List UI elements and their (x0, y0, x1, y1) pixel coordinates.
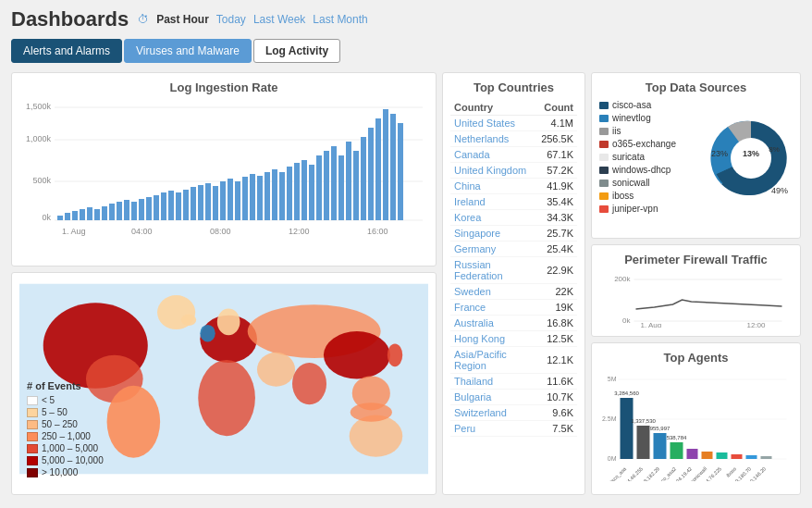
svg-rect-14 (102, 206, 107, 220)
firewall-title: Perimeter Firewall Traffic (599, 253, 793, 266)
perimeter-firewall-panel: Perimeter Firewall Traffic 200k 0k 1. Au… (591, 244, 801, 337)
svg-text:04:00: 04:00 (131, 227, 153, 236)
svg-rect-12 (87, 207, 92, 220)
legend-color-7 (27, 468, 38, 477)
svg-rect-102 (687, 449, 698, 459)
svg-text:ral_cisco_asa: ral_cisco_asa (601, 465, 628, 481)
page-title: Dashboards (11, 7, 129, 31)
datasource-legend-item: cisco-asa (599, 100, 702, 110)
ds-color-7 (599, 192, 609, 200)
country-link[interactable]: United States (454, 118, 515, 129)
tab-viruses-malware[interactable]: Viruses and Malware (124, 39, 252, 63)
svg-rect-16 (117, 202, 122, 220)
svg-rect-35 (257, 176, 263, 220)
svg-text:1,000k: 1,000k (26, 134, 52, 143)
ds-label-5: windows-dhcp (612, 165, 671, 175)
svg-rect-38 (279, 172, 285, 220)
legend-color-6 (27, 456, 38, 465)
agents-title: Top Agents (599, 351, 793, 365)
country-link[interactable]: Russian Federation (454, 259, 503, 281)
svg-text:0M: 0M (608, 455, 617, 462)
table-row: United States4.1M (450, 116, 577, 131)
svg-rect-106 (746, 455, 757, 459)
svg-rect-9 (65, 213, 70, 220)
ds-color-3 (599, 141, 609, 148)
svg-rect-46 (338, 155, 344, 220)
legend-label-1: < 5 (42, 395, 55, 405)
svg-point-70 (324, 331, 390, 378)
country-link[interactable]: Singapore (454, 228, 500, 239)
main-content: Log Ingestion Rate 1,500k 1,000k 500k 0k (0, 67, 812, 501)
svg-rect-39 (287, 167, 292, 220)
svg-rect-45 (331, 146, 337, 220)
table-row: Australia16.8K (450, 316, 577, 331)
tab-log-activity[interactable]: Log Activity (253, 39, 340, 63)
country-link[interactable]: France (454, 302, 486, 313)
table-row: United Kingdom57.2K (450, 163, 577, 179)
svg-rect-32 (235, 181, 240, 220)
legend-label-2: 5 – 50 (42, 407, 68, 417)
last-month-link[interactable]: Last Month (313, 13, 367, 26)
svg-text:1,500k: 1,500k (26, 102, 52, 111)
ds-label-8: juniper-vpn (612, 204, 658, 214)
country-link[interactable]: Netherlands (454, 133, 509, 144)
country-link[interactable]: Peru (454, 423, 475, 434)
svg-point-76 (181, 315, 196, 326)
country-link[interactable]: Sweden (454, 286, 491, 297)
country-link[interactable]: United Kingdom (454, 165, 526, 176)
svg-rect-21 (154, 195, 159, 220)
country-link[interactable]: Canada (454, 149, 490, 160)
svg-rect-34 (250, 174, 255, 220)
svg-rect-22 (161, 192, 166, 220)
mid-column: Top Countries Country Count United State… (442, 72, 585, 495)
country-link[interactable]: China (454, 180, 481, 192)
datasource-legend-item: iboss (599, 191, 702, 201)
country-link[interactable]: Switzerland (454, 407, 507, 418)
country-link[interactable]: Bulgaria (454, 391, 491, 403)
legend-item-6: 5,000 – 10,000 (27, 455, 104, 465)
legend-color-5 (27, 444, 38, 453)
country-link[interactable]: Germany (454, 243, 496, 254)
svg-rect-48 (353, 151, 359, 220)
table-row: China41.9K (450, 179, 577, 194)
svg-rect-52 (383, 109, 388, 220)
legend-item-7: > 10,000 (27, 467, 104, 477)
svg-rect-31 (228, 179, 233, 220)
svg-rect-107 (761, 456, 772, 459)
ds-label-0: cisco-asa (612, 100, 651, 110)
datasources-title: Top Data Sources (599, 81, 793, 94)
active-time[interactable]: Past Hour (156, 13, 209, 26)
legend-item-5: 1,000 – 5,000 (27, 443, 104, 453)
svg-rect-98 (654, 433, 667, 459)
country-link[interactable]: Hong Kong (454, 333, 505, 344)
svg-text:13%: 13% (743, 149, 759, 158)
svg-text:iboss: iboss (725, 465, 737, 477)
svg-rect-10 (72, 211, 78, 220)
tab-alerts-alarms[interactable]: Alerts and Alarms (11, 39, 122, 63)
country-link[interactable]: Thailand (454, 376, 493, 387)
legend-color-1 (27, 396, 38, 405)
country-link[interactable]: Australia (454, 317, 494, 328)
svg-point-79 (731, 138, 771, 179)
map-legend: # of Events < 5 5 – 50 50 – 250 (27, 380, 104, 479)
ds-color-1 (599, 115, 609, 122)
country-link[interactable]: Asia/Pacific Region (454, 349, 507, 371)
today-link[interactable]: Today (216, 13, 246, 26)
ds-label-1: winevtlog (612, 113, 651, 123)
svg-text:0k: 0k (42, 213, 51, 222)
country-link[interactable]: Korea (454, 212, 481, 223)
top-agents-panel: Top Agents 5M 2.5M 0M 3,284,560 1,337,53… (591, 342, 801, 495)
svg-rect-23 (168, 191, 174, 220)
ds-label-7: iboss (612, 191, 634, 201)
datasource-legend-item: juniper-vpn (599, 204, 702, 214)
legend-title: # of Events (27, 380, 104, 391)
svg-rect-94 (621, 398, 634, 459)
country-link[interactable]: Ireland (454, 196, 486, 207)
last-week-link[interactable]: Last Week (253, 13, 305, 26)
svg-rect-19 (139, 199, 144, 220)
svg-rect-13 (94, 209, 100, 220)
ds-label-6: sonicwall (612, 178, 650, 188)
svg-rect-20 (146, 197, 152, 220)
legend-label-3: 50 – 250 (42, 419, 78, 429)
clock-icon: ⏱ (138, 13, 149, 26)
